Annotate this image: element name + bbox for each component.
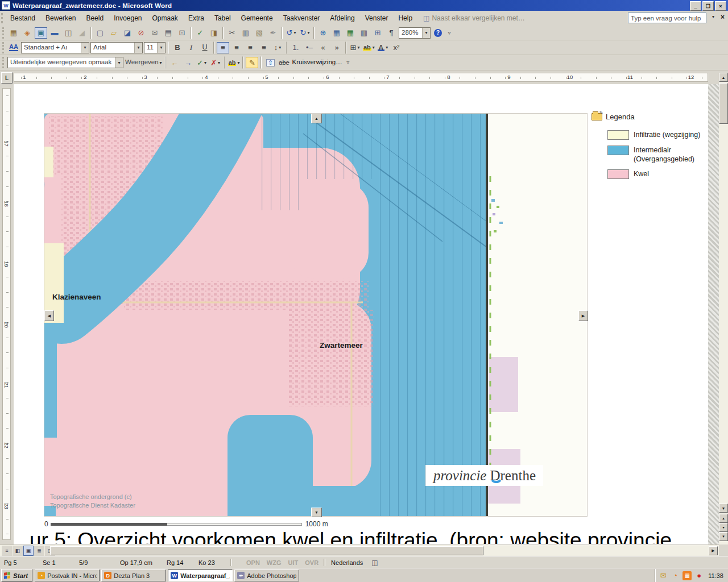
restore-button[interactable]: ❐ — [702, 1, 714, 11]
previous-page-button[interactable]: ▴ — [719, 514, 728, 523]
menu-bewerken[interactable]: Bewerken — [40, 11, 81, 26]
print-layout-button[interactable]: ▣ — [23, 546, 34, 556]
copy-icon[interactable]: ▥ — [239, 27, 252, 39]
styles-icon[interactable]: AA — [7, 42, 20, 53]
show-paragraph-icon[interactable]: ¶ — [385, 27, 398, 39]
zoom-combo[interactable]: 280% — [399, 27, 431, 39]
upload-icon[interactable]: ⇧ — [264, 57, 276, 68]
compare-side-by-side[interactable]: ◫ Naast elkaar vergelijken met… — [423, 14, 525, 22]
picture-view-icon[interactable]: ▣ — [35, 27, 47, 39]
accept-change-icon[interactable]: ✓ — [196, 57, 208, 68]
italic-icon[interactable]: I — [185, 42, 197, 53]
show-menu-button[interactable]: Weergeven — [125, 57, 163, 68]
open-folder-icon[interactable]: ▱ — [107, 27, 120, 39]
paste-icon[interactable]: ▧ — [253, 27, 266, 39]
strikethrough-icon[interactable]: abe — [278, 57, 290, 68]
menu-extra[interactable]: Extra — [183, 11, 209, 26]
research-icon[interactable]: ◨ — [208, 27, 220, 39]
superscript-icon[interactable]: x² — [390, 42, 403, 53]
status-toggle-ovr[interactable]: OVR — [301, 559, 322, 566]
next-change-icon[interactable]: → — [182, 57, 195, 68]
menu-tabel[interactable]: Tabel — [209, 11, 236, 26]
draw-table-icon[interactable]: ▦ — [7, 27, 20, 39]
grid-tray-icon[interactable]: ▦ — [682, 571, 692, 580]
menu-invoegen[interactable]: Invoegen — [109, 11, 147, 26]
menu-taakvenster[interactable]: Taakvenster — [278, 11, 325, 26]
vertical-ruler[interactable]: 17181920212223 — [2, 88, 11, 540]
save-icon[interactable]: ◪ — [121, 27, 134, 39]
print-icon[interactable]: ▤ — [162, 27, 175, 39]
custom-3d-icon[interactable]: ◈ — [21, 27, 34, 39]
highlight-icon[interactable]: ab — [362, 42, 375, 53]
bullets-icon[interactable]: •– — [303, 42, 316, 53]
select-browse-object-button[interactable]: ● — [719, 523, 728, 532]
reading-layout-icon[interactable]: ▬ — [48, 27, 61, 39]
underline-icon[interactable]: U — [198, 42, 211, 53]
open-book-icon[interactable]: ◫ — [62, 27, 75, 39]
clock-tray-icon[interactable]: ◔ — [671, 571, 680, 580]
font-combo[interactable]: Arial — [90, 42, 143, 53]
format-painter-icon[interactable]: ✒ — [267, 27, 279, 39]
normal-view-button[interactable]: ≡ — [2, 546, 12, 556]
undo-icon[interactable]: ↺ — [285, 27, 297, 39]
cross-reference-button[interactable]: Kruisverwijzing… — [291, 57, 342, 68]
size-combo[interactable]: 11 — [144, 42, 166, 53]
print-preview-icon[interactable]: ⊡ — [176, 27, 188, 39]
next-page-button[interactable]: ▾ — [719, 532, 728, 541]
alarm-tray-icon[interactable]: ● — [694, 571, 704, 580]
status-toggle-opn[interactable]: OPN — [243, 559, 263, 566]
toolbar-options-icon[interactable]: ▿ — [344, 57, 352, 68]
mail-tray-icon[interactable]: ✉ — [659, 571, 668, 580]
status-toggle-uit[interactable]: UIT — [285, 559, 302, 566]
permission-icon[interactable]: ⊘ — [135, 27, 147, 39]
line-spacing-icon[interactable]: ↕ — [271, 42, 284, 53]
insert-comment-icon[interactable]: ✎ — [246, 57, 258, 68]
display-for-review-combo[interactable]: Uiteindelijke weergegeven opmaak — [7, 57, 123, 68]
email-icon[interactable]: ✉ — [148, 27, 161, 39]
highlight-icon[interactable]: ab — [228, 57, 241, 68]
justify-icon[interactable]: ≡ — [258, 42, 270, 53]
cut-icon[interactable]: ✂ — [226, 27, 238, 39]
vertical-scrollbar[interactable]: ▲ ▼ ▴ ● ▾ — [719, 73, 728, 544]
status-toggle-wzg[interactable]: WZG — [263, 559, 285, 566]
spelling-icon[interactable]: ✓ — [194, 27, 206, 39]
menu-beeld[interactable]: Beeld — [81, 11, 109, 26]
vertical-scroll-thumb[interactable] — [719, 83, 728, 124]
help-question-box[interactable]: Typ een vraag voor hulp — [628, 13, 706, 23]
borders-icon[interactable]: ⊞ — [349, 42, 361, 53]
scroll-right-button[interactable]: ▶ — [709, 546, 718, 555]
hyperlink-icon[interactable]: ⊕ — [317, 27, 329, 39]
new-document-icon[interactable]: ▢ — [94, 27, 106, 39]
insert-table-icon[interactable]: ▦ — [330, 27, 343, 39]
web-layout-button[interactable]: ◧ — [13, 546, 23, 556]
task-outlook[interactable]: ◔ Postvak IN - Microsoft O... — [35, 569, 100, 581]
menu-afdeling[interactable]: Afdeling — [325, 11, 359, 26]
close-button[interactable]: × — [715, 1, 726, 11]
horizontal-ruler[interactable]: 123456789101112 — [14, 73, 708, 82]
help-icon[interactable]: ? — [432, 27, 444, 39]
task-dezta[interactable]: D Dezta Plan 3 — [101, 569, 166, 581]
previous-change-icon[interactable]: ← — [168, 57, 181, 68]
columns-icon[interactable]: ▥ — [358, 27, 370, 39]
close-document-button[interactable]: × — [721, 13, 725, 21]
menu-gemeente[interactable]: Gemeente — [236, 11, 278, 26]
style-combo[interactable]: Standaard + Aı — [21, 42, 89, 53]
align-center-icon[interactable]: ≡ — [230, 42, 243, 53]
horizontal-scroll-thumb[interactable] — [50, 546, 483, 555]
decrease-indent-icon[interactable]: « — [317, 42, 329, 53]
align-left-icon[interactable]: ≡ — [217, 42, 229, 53]
reject-change-icon[interactable]: ✗ — [209, 57, 222, 68]
increase-indent-icon[interactable]: » — [330, 42, 343, 53]
scroll-down-button[interactable]: ▼ — [719, 504, 728, 513]
task-photoshop[interactable]: ✒ Adobe Photoshop — [234, 569, 299, 581]
figure-caption[interactable]: ur 5: Overzicht voorkomen kwel en infilt… — [30, 531, 723, 544]
outline-view-button[interactable]: ≣ — [34, 546, 44, 556]
menu-opmaak[interactable]: Opmaak — [147, 11, 183, 26]
menu-venster[interactable]: Venster — [360, 11, 394, 26]
map-figure[interactable]: Klazienaveen Zwartemeer Topografische on… — [44, 114, 587, 516]
font-color-icon[interactable]: A — [377, 42, 389, 53]
toolbar-options-icon[interactable]: ▿ — [445, 27, 453, 39]
redo-icon[interactable]: ↻ — [299, 27, 311, 39]
insert-excel-icon[interactable]: ▦ — [344, 27, 357, 39]
minimize-button[interactable]: _ — [690, 1, 701, 11]
